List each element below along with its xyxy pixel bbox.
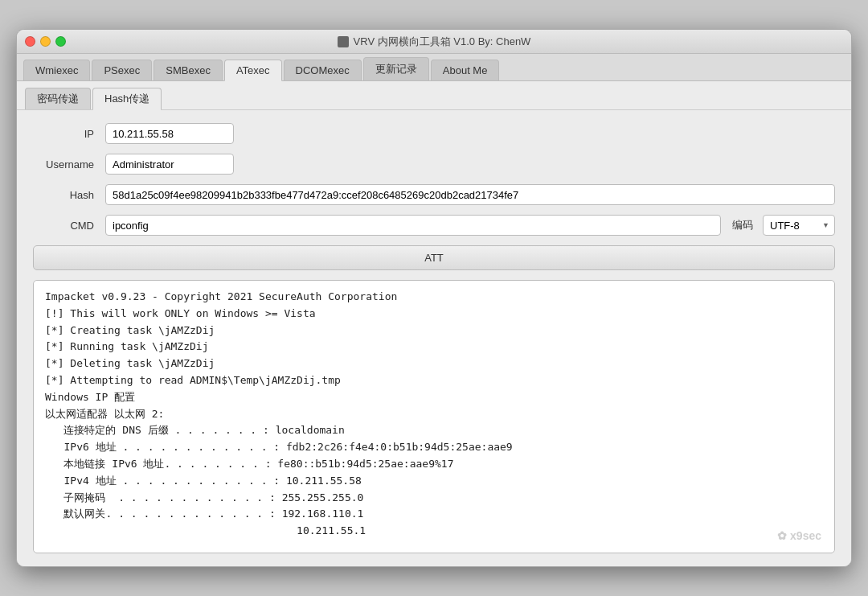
content-area: IP Username Hash CMD 编码 UTF-8 GBK GB23 <box>17 110 851 566</box>
output-line: [*] Deleting task \jAMZzDij <box>45 356 823 372</box>
cmd-input[interactable] <box>105 215 721 236</box>
tab-dcomexec[interactable]: DCOMexec <box>284 60 362 80</box>
encoding-label: 编码 <box>732 218 753 232</box>
encoding-select[interactable]: UTF-8 GBK GB2312 <box>763 215 835 236</box>
hash-input[interactable] <box>105 184 835 205</box>
subtabbar: 密码传递 Hash传递 <box>17 81 851 110</box>
ip-input[interactable] <box>105 123 234 144</box>
main-window: VRV 内网横向工具箱 V1.0 By: ChenW Wmiexec PSexe… <box>16 29 852 567</box>
output-line: Impacket v0.9.23 - Copyright 2021 Secure… <box>45 289 823 306</box>
output-line: Windows IP 配置 <box>45 389 823 406</box>
output-area[interactable]: Impacket v0.9.23 - Copyright 2021 Secure… <box>33 280 835 553</box>
traffic-lights <box>25 36 66 47</box>
att-button[interactable]: ATT <box>33 245 835 270</box>
username-label: Username <box>33 158 105 171</box>
encoding-section: 编码 UTF-8 GBK GB2312 <box>732 215 835 236</box>
tab-psexec[interactable]: PSexec <box>92 60 152 80</box>
tab-update-log[interactable]: 更新记录 <box>363 57 429 80</box>
hash-label: Hash <box>33 189 105 201</box>
encoding-select-wrapper: UTF-8 GBK GB2312 <box>763 215 835 236</box>
output-line: 以太网适配器 以太网 2: <box>45 406 823 423</box>
subtab-password[interactable]: 密码传递 <box>25 88 91 109</box>
tab-wmiexec[interactable]: Wmiexec <box>23 60 90 80</box>
output-line: 连接特定的 DNS 后缀 . . . . . . . : localdomain <box>45 422 823 439</box>
output-line: IPv4 地址 . . . . . . . . . . . . : 10.211… <box>45 473 823 490</box>
cmd-label: CMD <box>33 220 105 232</box>
tab-smbexec[interactable]: SMBexec <box>154 60 223 80</box>
output-line: 10.211.55.1 <box>45 523 823 540</box>
tab-about-me[interactable]: About Me <box>431 60 500 80</box>
output-line: [*] Attempting to read ADMIN$\Temp\jAMZz… <box>45 372 823 389</box>
cmd-row: CMD 编码 UTF-8 GBK GB2312 <box>33 215 835 236</box>
minimize-button[interactable] <box>40 36 51 47</box>
output-line: [*] Running task \jAMZzDij <box>45 339 823 356</box>
output-line: 默认网关. . . . . . . . . . . . . : 192.168.… <box>45 506 823 523</box>
ip-label: IP <box>33 128 105 140</box>
output-line: 本地链接 IPv6 地址. . . . . . . . : fe80::b51b… <box>45 456 823 473</box>
output-line: [*] Creating task \jAMZzDij <box>45 323 823 339</box>
output-line: IPv6 地址 . . . . . . . . . . . . : fdb2:2… <box>45 439 823 456</box>
tab-atexec[interactable]: ATexec <box>224 60 282 81</box>
hash-row: Hash <box>33 184 835 205</box>
output-line: [!] This will work ONLY on Windows >= Vi… <box>45 306 823 323</box>
main-tabbar: Wmiexec PSexec SMBexec ATexec DCOMexec 更… <box>17 54 851 81</box>
titlebar: VRV 内网横向工具箱 V1.0 By: ChenW <box>17 30 851 54</box>
watermark: ✿ x9sec <box>777 527 821 545</box>
ip-row: IP <box>33 123 835 144</box>
username-row: Username <box>33 154 835 175</box>
subtab-hash[interactable]: Hash传递 <box>92 88 162 110</box>
close-button[interactable] <box>25 36 35 47</box>
output-line: 子网掩码 . . . . . . . . . . . . : 255.255.2… <box>45 490 823 507</box>
app-icon <box>338 36 349 47</box>
maximize-button[interactable] <box>55 36 66 47</box>
username-input[interactable] <box>105 154 234 175</box>
window-title: VRV 内网横向工具箱 V1.0 By: ChenW <box>338 35 531 49</box>
